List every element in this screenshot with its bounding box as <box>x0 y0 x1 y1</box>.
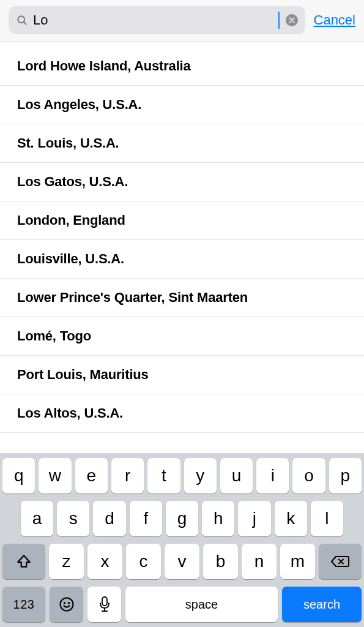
key-v[interactable]: v <box>165 544 199 579</box>
key-f[interactable]: f <box>130 501 162 536</box>
shift-key[interactable] <box>2 544 45 579</box>
key-q[interactable]: q <box>2 458 35 494</box>
list-item[interactable]: Lomé, Togo <box>0 317 364 356</box>
search-icon <box>16 14 28 26</box>
list-item[interactable]: Port Louis, Mauritius <box>0 356 364 394</box>
key-j[interactable]: j <box>238 501 270 536</box>
key-h[interactable]: h <box>202 501 234 536</box>
key-x[interactable]: x <box>87 544 122 579</box>
list-item[interactable]: Los Altos, U.S.A. <box>0 394 364 433</box>
key-e[interactable]: e <box>75 458 108 494</box>
backspace-key[interactable] <box>319 544 362 579</box>
svg-rect-6 <box>102 597 107 606</box>
key-i[interactable]: i <box>256 458 289 494</box>
search-field[interactable]: Lo <box>9 6 305 34</box>
key-g[interactable]: g <box>166 501 198 536</box>
svg-line-1 <box>24 22 26 24</box>
space-key[interactable]: space <box>125 587 278 622</box>
key-t[interactable]: t <box>147 458 180 494</box>
text-cursor <box>278 12 280 29</box>
key-n[interactable]: n <box>242 544 277 579</box>
list-item[interactable]: Lower Prince's Quarter, Sint Maarten <box>0 279 364 317</box>
key-w[interactable]: w <box>39 458 71 494</box>
list-item[interactable]: Louisville, U.S.A. <box>0 240 364 279</box>
cancel-button[interactable]: Cancel <box>314 12 355 28</box>
svg-point-5 <box>68 603 69 603</box>
svg-point-3 <box>60 598 73 611</box>
dictation-key[interactable] <box>87 587 121 622</box>
key-o[interactable]: o <box>292 458 325 494</box>
key-y[interactable]: y <box>184 458 217 494</box>
search-key[interactable]: search <box>282 587 362 622</box>
svg-point-4 <box>64 603 64 603</box>
key-m[interactable]: m <box>280 544 315 579</box>
list-item[interactable]: Los Angeles, U.S.A. <box>0 86 364 124</box>
search-header: Lo Cancel <box>0 0 364 42</box>
keyboard: qwertyuiop asdfghjkl zxcvbnm 123 space s… <box>0 453 364 627</box>
key-l[interactable]: l <box>311 501 343 536</box>
search-results: Lord Howe Island, AustraliaLos Angeles, … <box>0 42 364 453</box>
list-item[interactable]: St. Louis, U.S.A. <box>0 124 364 163</box>
emoji-key[interactable] <box>50 587 83 622</box>
key-r[interactable]: r <box>111 458 144 494</box>
key-u[interactable]: u <box>220 458 253 494</box>
search-input[interactable]: Lo <box>33 12 278 28</box>
list-item[interactable]: Los Gatos, U.S.A. <box>0 163 364 201</box>
key-a[interactable]: a <box>21 501 53 536</box>
key-d[interactable]: d <box>93 501 125 536</box>
list-item[interactable]: London, England <box>0 201 364 240</box>
list-item[interactable]: Lord Howe Island, Australia <box>0 42 364 86</box>
key-k[interactable]: k <box>275 501 307 536</box>
key-c[interactable]: c <box>126 544 161 579</box>
key-b[interactable]: b <box>203 544 238 579</box>
key-z[interactable]: z <box>49 544 84 579</box>
clear-icon[interactable] <box>284 13 299 28</box>
key-s[interactable]: s <box>57 501 89 536</box>
key-p[interactable]: p <box>329 458 362 494</box>
numbers-key[interactable]: 123 <box>2 587 45 622</box>
